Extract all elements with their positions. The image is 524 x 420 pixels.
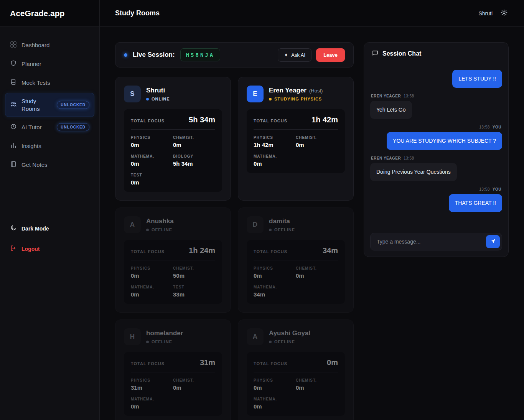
live-session-label: Live Session:	[133, 51, 175, 59]
stat-item: CHEMIST.0m	[296, 135, 338, 148]
leave-button[interactable]: Leave	[316, 48, 345, 62]
sidebar-item-mock-tests[interactable]: Mock Tests	[5, 74, 94, 91]
chat-messages[interactable]: LETS STUDY !! EREN YEAGER13:58 Yeh Lets …	[364, 65, 508, 227]
sidebar-item-label: AI Tutor	[21, 124, 52, 131]
message-time: 13:58	[479, 187, 490, 191]
chat-message: LETS STUDY !!	[452, 70, 502, 88]
stat-item: TEST0m	[131, 173, 173, 186]
status-dot-icon	[269, 98, 272, 100]
stat-item: PHYSICS0m	[254, 378, 296, 391]
stat-item: CHEMIST.0m	[173, 378, 215, 391]
status-dot-icon	[146, 341, 149, 343]
send-button[interactable]	[486, 235, 500, 248]
avatar: H	[124, 328, 141, 345]
status-label: OFFLINE	[274, 339, 295, 344]
divider	[131, 260, 215, 260]
stat-item: MATHEMA.0m	[131, 285, 173, 298]
sidebar-item-get-notes[interactable]: Get Notes	[5, 156, 94, 173]
focus-stats: TOTAL FOCUS 5h 34m PHYSICS0m CHEMIST.0m …	[124, 109, 222, 192]
status-label: STUDYING PHYSICS	[274, 97, 322, 101]
sidebar-item-label: Planner	[21, 60, 89, 68]
chat-title: Session Chat	[382, 50, 421, 57]
member-card-homelander: H homelander OFFLINE TOTAL FOCUS 3	[115, 320, 231, 420]
avatar: S	[124, 86, 141, 102]
stat-item: MATHEMA.0m	[131, 397, 173, 410]
sidebar-item-ai-tutor[interactable]: AI Tutor UNLOCKED	[5, 119, 94, 135]
bar-chart-icon	[10, 142, 17, 150]
stat-item: PHYSICS1h 42m	[254, 135, 296, 148]
chat-message-input[interactable]	[370, 233, 502, 250]
total-focus-label: TOTAL FOCUS	[254, 249, 287, 254]
logout-label: Logout	[21, 246, 40, 252]
stat-item: PHYSICS0m	[131, 135, 173, 148]
member-name: Ayushi Goyal	[269, 329, 310, 337]
member-status: OFFLINE	[269, 227, 295, 232]
sidebar-spacer	[5, 175, 94, 221]
sidebar-item-label: Dashboard	[21, 41, 89, 49]
chat-message: 13:58YOU THATS GREAT !!	[449, 185, 502, 212]
message-bubble: Doing Previous Year Questions	[370, 163, 457, 181]
sidebar-item-dashboard[interactable]: Dashboard	[5, 37, 94, 53]
total-focus-value: 1h 42m	[311, 115, 338, 124]
unlocked-badge: UNLOCKED	[57, 101, 89, 109]
moon-icon	[10, 224, 17, 232]
member-name: damita	[269, 217, 295, 225]
sidebar-item-planner[interactable]: Planner	[5, 56, 94, 72]
message-time: 13:58	[404, 94, 414, 98]
page-title: Study Rooms	[115, 9, 160, 17]
stat-item: MATHEMA.0m	[254, 397, 296, 410]
chat-message: 13:58YOU YOU ARE STUDYING WHICH SUBJECT …	[387, 123, 502, 150]
total-focus-value: 31m	[200, 358, 215, 367]
ask-ai-label: Ask AI	[291, 52, 305, 58]
total-focus-value: 34m	[323, 246, 338, 255]
total-focus-label: TOTAL FOCUS	[254, 361, 287, 366]
focus-stats: TOTAL FOCUS 1h 42m PHYSICS1h 42m CHEMIST…	[247, 109, 345, 173]
status-label: OFFLINE	[152, 227, 172, 232]
dark-mode-toggle[interactable]: Dark Mode	[5, 221, 94, 236]
stat-item: MATHEMA.0m	[254, 154, 296, 167]
app-window: AceGrade.app Study Rooms Shruti Dashboar…	[0, 0, 524, 420]
status-dot-icon	[146, 98, 149, 100]
focus-stats: TOTAL FOCUS 31m PHYSICS31m CHEMIST.0m MA…	[124, 352, 222, 416]
sidebar-item-label: Mock Tests	[21, 79, 89, 87]
logout-button[interactable]: Logout	[5, 241, 94, 257]
user-name: Shruti	[478, 10, 493, 16]
message-bubble: THATS GREAT !!	[449, 194, 502, 212]
member-card-ayushi: A Ayushi Goyal OFFLINE TOTAL FOCUS	[238, 320, 354, 420]
member-card-eren: E Eren Yeager(Host) STUDYING PHYSICS	[238, 77, 354, 201]
member-status: ONLINE	[146, 97, 170, 101]
live-dot-icon	[124, 53, 127, 57]
message-bubble: YOU ARE STUDYING WHICH SUBJECT ?	[387, 132, 502, 150]
divider	[254, 260, 338, 260]
focus-stats: TOTAL FOCUS 1h 24m PHYSICS0m CHEMIST.50m…	[124, 240, 222, 304]
focus-stats: TOTAL FOCUS 0m PHYSICS0m CHEMIST.0m MATH…	[247, 352, 345, 416]
message-time: 13:58	[479, 125, 490, 129]
chat-bubble-icon	[372, 49, 379, 58]
status-dot-icon	[146, 229, 149, 231]
member-card-shruti: S Shruti ONLINE TOTAL FOCUS 5h 34m	[115, 77, 231, 201]
message-sender: EREN YEAGER	[371, 156, 401, 160]
message-bubble: Yeh Lets Go	[370, 101, 412, 119]
shield-icon	[10, 60, 17, 68]
sparkle-icon: ✦	[284, 52, 288, 58]
member-name: Anushka	[146, 217, 174, 225]
message-time: 13:58	[404, 156, 414, 160]
member-card-damita: D damita OFFLINE TOTAL FOCUS 34m	[238, 208, 354, 313]
sidebar-item-insights[interactable]: Insights	[5, 138, 94, 154]
stat-item: BIOLOGY5h 34m	[173, 154, 215, 167]
member-status: OFFLINE	[146, 227, 174, 232]
logo-area: AceGrade.app	[0, 0, 100, 27]
ask-ai-button[interactable]: ✦ Ask AI	[278, 48, 311, 62]
sidebar-item-study-rooms[interactable]: Study Rooms UNLOCKED	[5, 93, 94, 117]
notebook-icon	[10, 161, 17, 169]
member-card-anushka: A Anushka OFFLINE TOTAL FOCUS 1h 2	[115, 208, 231, 313]
total-focus-label: TOTAL FOCUS	[131, 361, 165, 366]
member-status: STUDYING PHYSICS	[269, 97, 323, 101]
message-sender: YOU	[493, 187, 501, 191]
member-name: Eren Yeager(Host)	[269, 87, 323, 94]
total-focus-label: TOTAL FOCUS	[131, 249, 165, 254]
clock-icon	[10, 123, 17, 131]
settings-button[interactable]	[500, 9, 508, 18]
member-name: Shruti	[146, 87, 170, 94]
chat-message: EREN YEAGER13:58 Doing Previous Year Que…	[370, 154, 457, 181]
